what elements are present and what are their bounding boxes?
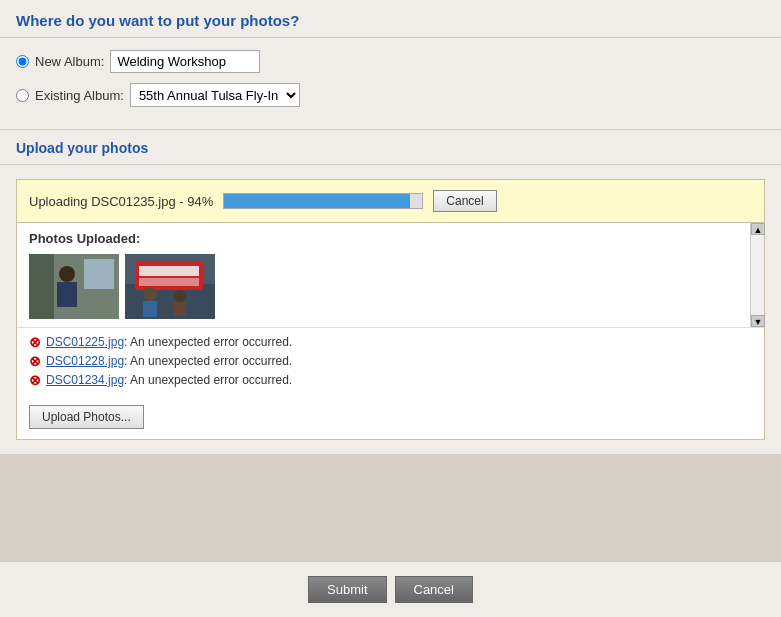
- upload-area: Uploading DSC01235.jpg - 94% Cancel Phot…: [16, 179, 765, 440]
- progress-track: [223, 193, 423, 209]
- new-album-row: New Album:: [16, 50, 765, 73]
- svg-rect-5: [29, 254, 54, 319]
- error-row-1: ⊗ DSC01225.jpg : An unexpected error occ…: [29, 334, 752, 350]
- svg-point-14: [174, 290, 186, 302]
- upload-section-header: Upload your photos: [0, 130, 781, 165]
- error-icon-1: ⊗: [29, 334, 41, 350]
- existing-album-radio[interactable]: [16, 89, 29, 102]
- svg-rect-9: [139, 266, 199, 276]
- error-msg-1: : An unexpected error occurred.: [124, 335, 292, 349]
- error-icon-2: ⊗: [29, 353, 41, 369]
- progress-fill: [224, 194, 410, 208]
- svg-rect-2: [84, 259, 114, 289]
- svg-rect-15: [174, 302, 186, 316]
- cancel-button[interactable]: Cancel: [395, 576, 473, 603]
- photo-thumb-2-svg: [125, 254, 215, 319]
- bottom-buttons: Submit Cancel: [0, 561, 781, 617]
- page-container: Where do you want to put your photos? Ne…: [0, 0, 781, 617]
- error-icon-3: ⊗: [29, 372, 41, 388]
- photo-thumb-2: [125, 254, 215, 319]
- existing-album-label: Existing Album:: [35, 88, 124, 103]
- new-album-radio[interactable]: [16, 55, 29, 68]
- photo-thumb-1: [29, 254, 119, 319]
- svg-rect-13: [143, 301, 157, 317]
- progress-bar-container: Uploading DSC01235.jpg - 94% Cancel: [17, 180, 764, 223]
- main-question: Where do you want to put your photos?: [16, 12, 299, 29]
- error-msg-2: : An unexpected error occurred.: [124, 354, 292, 368]
- upload-title: Upload your photos: [16, 140, 148, 156]
- photos-scrollbar[interactable]: ▲ ▼: [750, 223, 764, 327]
- section-header: Where do you want to put your photos?: [0, 0, 781, 38]
- svg-rect-11: [139, 278, 199, 286]
- svg-point-12: [143, 287, 157, 301]
- scrollbar-down-arrow[interactable]: ▼: [751, 315, 765, 327]
- scrollbar-up-arrow[interactable]: ▲: [751, 223, 765, 235]
- error-filename-3[interactable]: DSC01234.jpg: [46, 373, 124, 387]
- error-filename-2[interactable]: DSC01228.jpg: [46, 354, 124, 368]
- photos-grid: [17, 250, 764, 327]
- error-filename-1[interactable]: DSC01225.jpg: [46, 335, 124, 349]
- svg-point-3: [59, 266, 75, 282]
- submit-button[interactable]: Submit: [308, 576, 386, 603]
- new-album-label: New Album:: [35, 54, 104, 69]
- errors-section: ⊗ DSC01225.jpg : An unexpected error occ…: [17, 327, 764, 397]
- existing-album-row: Existing Album: 55th Annual Tulsa Fly-In: [16, 83, 765, 107]
- error-row-3: ⊗ DSC01234.jpg : An unexpected error occ…: [29, 372, 752, 388]
- new-album-input[interactable]: [110, 50, 260, 73]
- upload-status-text: Uploading DSC01235.jpg - 94%: [29, 194, 213, 209]
- photo-thumb-1-svg: [29, 254, 119, 319]
- upload-photos-btn-row: Upload Photos...: [17, 397, 764, 439]
- gray-spacer: [0, 454, 781, 561]
- album-options: New Album: Existing Album: 55th Annual T…: [0, 38, 781, 130]
- error-row-2: ⊗ DSC01228.jpg : An unexpected error occ…: [29, 353, 752, 369]
- photos-uploaded-label: Photos Uploaded:: [17, 223, 764, 250]
- svg-rect-4: [57, 282, 77, 307]
- cancel-upload-button[interactable]: Cancel: [433, 190, 496, 212]
- upload-photos-button[interactable]: Upload Photos...: [29, 405, 144, 429]
- error-msg-3: : An unexpected error occurred.: [124, 373, 292, 387]
- existing-album-select[interactable]: 55th Annual Tulsa Fly-In: [130, 83, 300, 107]
